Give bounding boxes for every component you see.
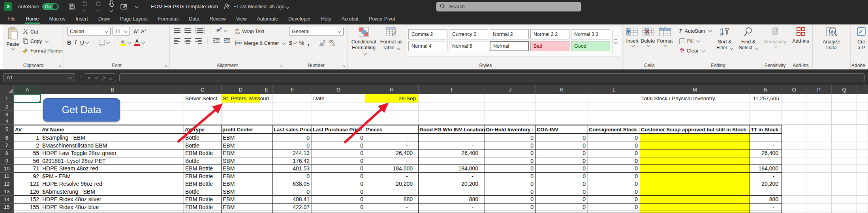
- row-header-1[interactable]: 1: [0, 94, 14, 103]
- tab-acrobat[interactable]: Acrobat: [336, 13, 364, 24]
- align-left-button[interactable]: [174, 38, 180, 44]
- cell-type[interactable]: EBM Bottle: [184, 173, 222, 181]
- cell[interactable]: [273, 211, 312, 213]
- cell[interactable]: [14, 111, 41, 118]
- cell-last-purchase-price[interactable]: 0: [312, 196, 365, 204]
- cell[interactable]: [832, 149, 857, 157]
- cell-date-label[interactable]: Date: [312, 94, 365, 103]
- cell-coa-inv[interactable]: 0: [536, 204, 588, 211]
- tab-macros[interactable]: Macros: [44, 13, 71, 24]
- column-header-B[interactable]: B: [41, 85, 184, 94]
- cell-pieces[interactable]: -: [365, 188, 419, 196]
- cell-e[interactable]: [260, 173, 273, 181]
- column-header-A[interactable]: A: [14, 85, 41, 94]
- cell[interactable]: [365, 111, 419, 118]
- cell-tt-in-stock[interactable]: -: [750, 204, 782, 211]
- cell[interactable]: [640, 118, 750, 125]
- cell[interactable]: [806, 180, 832, 188]
- cell-coa-inv[interactable]: 0: [536, 188, 588, 196]
- cell[interactable]: [750, 118, 782, 125]
- cell-tt-in-stock[interactable]: -: [750, 134, 782, 142]
- cell[interactable]: [14, 94, 41, 103]
- cell-good-fg[interactable]: -: [419, 134, 485, 142]
- cell[interactable]: [806, 173, 832, 181]
- cell-pieces[interactable]: -: [365, 173, 419, 181]
- column-header-M[interactable]: M: [640, 85, 750, 94]
- cell-pieces[interactable]: 20,200: [365, 180, 419, 188]
- cell[interactable]: [806, 204, 832, 211]
- insert-cells-button[interactable]: Insert: [626, 27, 639, 47]
- cell-type[interactable]: EBM Bottle: [184, 180, 222, 188]
- tab-help[interactable]: Help: [316, 13, 336, 24]
- accounting-format-button[interactable]: $: [289, 40, 292, 46]
- cell-customer-scrap[interactable]: [640, 196, 750, 204]
- cell-last-sales-price[interactable]: 244.13: [273, 149, 312, 157]
- row-header-6[interactable]: 6: [0, 134, 14, 142]
- cell[interactable]: [832, 204, 857, 211]
- cell-e[interactable]: [260, 188, 273, 196]
- last-modified[interactable]: • Last Modified: 4h ago: [234, 4, 289, 9]
- align-right-button[interactable]: [195, 38, 202, 44]
- cell-consignment[interactable]: 0: [588, 180, 640, 188]
- format-cells-button[interactable]: Format: [657, 27, 673, 47]
- cell-name[interactable]: $Abmusterung - SBM: [41, 188, 184, 196]
- cell-coa-inv[interactable]: 0: [536, 134, 588, 142]
- middle-align-button[interactable]: [184, 28, 191, 33]
- cell-good-fg[interactable]: 880: [419, 196, 485, 204]
- tab-formulas[interactable]: Formulas: [153, 13, 184, 24]
- cell[interactable]: [782, 111, 806, 118]
- cell[interactable]: [312, 103, 365, 111]
- cell[interactable]: [832, 118, 857, 125]
- cell-pieces[interactable]: 880: [365, 196, 419, 204]
- increase-font-size-button[interactable]: A˄: [133, 28, 139, 35]
- column-header-L[interactable]: L: [588, 85, 640, 94]
- cell-name[interactable]: $Maschinenstillstand EBM: [41, 142, 184, 150]
- cell-pieces[interactable]: 26,400: [365, 149, 419, 157]
- cell-style-normal-5[interactable]: Normal 5: [449, 41, 488, 51]
- row-header-16[interactable]: [0, 211, 14, 213]
- cell[interactable]: [750, 103, 782, 111]
- cell-name[interactable]: $PM - EBM: [41, 173, 184, 181]
- cell[interactable]: [536, 118, 588, 125]
- autosum-button[interactable]: Σ AutoSum: [679, 27, 711, 36]
- find-select-button[interactable]: Find &Select: [738, 27, 759, 55]
- create-pdf-button[interactable]: Crea P: [855, 27, 868, 50]
- cell-av[interactable]: 56: [14, 157, 41, 165]
- cell[interactable]: [273, 103, 312, 111]
- cell[interactable]: [832, 142, 857, 150]
- cell[interactable]: [273, 118, 312, 125]
- cell[interactable]: [260, 111, 273, 118]
- cell-name[interactable]: HDPE Ridex 48oz blue: [41, 204, 184, 211]
- table-header-cell[interactable]: AV Type: [184, 125, 222, 134]
- column-header-Q[interactable]: Q: [832, 85, 857, 94]
- cell-last-purchase-price[interactable]: 0: [312, 149, 365, 157]
- cell-on-hold[interactable]: 0: [485, 173, 536, 181]
- cell-e[interactable]: [260, 180, 273, 188]
- cell-e[interactable]: [260, 196, 273, 204]
- cell[interactable]: [782, 103, 806, 111]
- cell-customer-scrap[interactable]: [640, 149, 750, 157]
- cell-av[interactable]: 92: [14, 173, 41, 181]
- cell[interactable]: [312, 118, 365, 125]
- cell-last-sales-price[interactable]: 176.42: [273, 157, 312, 165]
- cell[interactable]: [782, 94, 806, 103]
- cell[interactable]: [806, 125, 832, 134]
- cell[interactable]: [782, 118, 806, 125]
- cell-pieces[interactable]: 184,000: [365, 165, 419, 173]
- cell[interactable]: [782, 188, 806, 196]
- cell[interactable]: [832, 134, 857, 142]
- table-header-cell[interactable]: Consignment Stock :: [588, 125, 640, 134]
- cell[interactable]: [782, 142, 806, 150]
- cell[interactable]: [222, 211, 260, 213]
- percent-style-button[interactable]: %: [299, 40, 304, 46]
- cell-profit-center[interactable]: SBM: [222, 188, 260, 196]
- cell[interactable]: [222, 111, 260, 118]
- cell[interactable]: [14, 118, 41, 125]
- cell-last-sales-price[interactable]: 408.41: [273, 196, 312, 204]
- cell-profit-center[interactable]: EBM: [222, 180, 260, 188]
- name-box[interactable]: A1: [3, 73, 75, 82]
- cell[interactable]: [806, 165, 832, 173]
- select-all-corner[interactable]: [0, 85, 14, 94]
- column-header-O[interactable]: O: [782, 85, 806, 94]
- cell[interactable]: [806, 142, 832, 150]
